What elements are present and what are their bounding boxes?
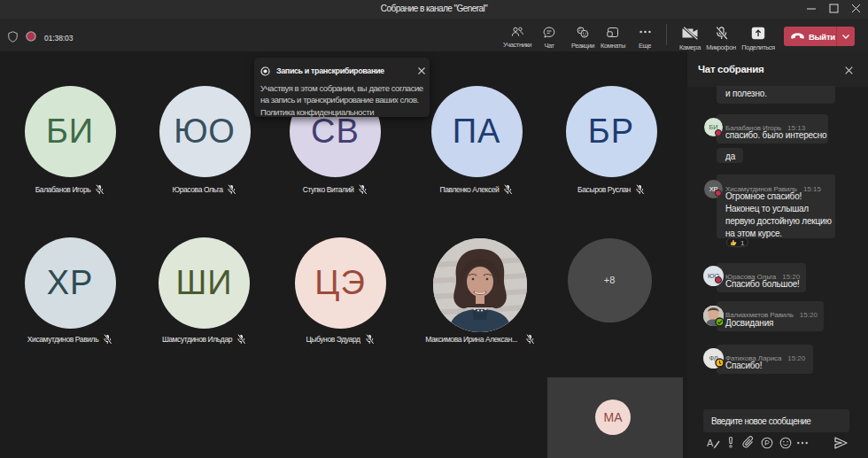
svg-text:A: A [707, 438, 714, 448]
